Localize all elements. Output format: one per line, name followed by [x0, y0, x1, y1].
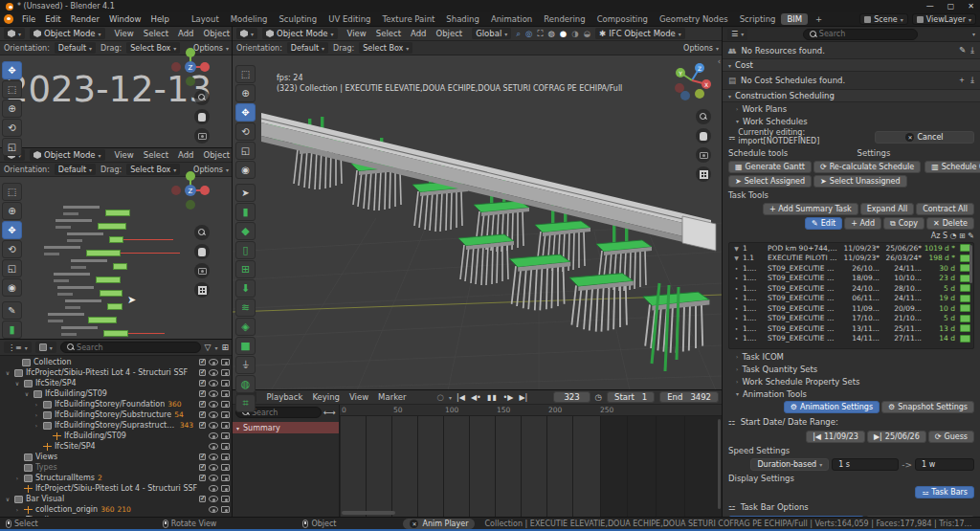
bim-pipe-tool-icon[interactable]: ⏚ — [235, 356, 256, 374]
next-keyframe-button[interactable]: •▶ — [503, 393, 514, 402]
bim-wall-tool-icon[interactable]: ▮ — [2, 321, 22, 339]
selectability-checkbox-icon[interactable] — [199, 496, 206, 502]
outliner-item-label[interactable]: Bar Visual — [26, 495, 64, 503]
task-name[interactable]: ST09_EXECUTIE PIL... — [768, 294, 837, 302]
start-date-button[interactable]: |◀11/09/23 — [806, 431, 865, 443]
selectability-checkbox-icon[interactable] — [199, 475, 206, 481]
edit-task-button[interactable]: ✎Edit — [805, 217, 842, 230]
anim-player-indicator[interactable]: ✕Anim Player — [403, 519, 475, 529]
bim-sphere-tool-icon[interactable]: ◍ — [235, 375, 256, 393]
bim-column-tool-icon[interactable]: ⬇ — [235, 279, 256, 298]
cursor-tool-icon[interactable]: ⊕ — [235, 84, 256, 102]
autokey-icon[interactable]: ○ — [437, 392, 444, 402]
selectability-checkbox-icon[interactable] — [199, 380, 206, 387]
outliner-row[interactable]: IfcProject/Sibiu-Pitesti Lot 4 - Structu… — [0, 483, 233, 494]
viewport-menu-item[interactable]: Add — [406, 28, 431, 39]
bim-grid-tool-icon[interactable]: ⌗ — [235, 394, 256, 412]
task-expand-icon[interactable]: • — [732, 305, 741, 312]
viewlayer-selector[interactable]: ViewLayer▾ — [912, 13, 976, 25]
workspace-tab[interactable]: Sculpting — [273, 13, 323, 25]
task-expand-icon[interactable]: ▼ — [732, 254, 741, 261]
expand-arrow-icon[interactable]: ∨ — [23, 390, 31, 397]
expand-arrow-icon[interactable]: › — [33, 422, 40, 429]
task-row[interactable]: • 1.... ST09_EXECUTIE PIL... 24/10... 28… — [729, 283, 973, 294]
render-camera-icon[interactable] — [221, 475, 230, 481]
rotate-tool-icon[interactable]: ⟲ — [2, 119, 22, 137]
viewport-menu-item[interactable]: View — [110, 28, 139, 39]
workspace-tab[interactable]: BIM — [781, 13, 808, 25]
outliner-row[interactable]: › collection_origin 360 210 — [0, 504, 233, 515]
outliner-item-label[interactable]: IfcBuildingStorey/Substructure — [55, 410, 171, 419]
task-row[interactable]: • 1.... ST09_EXECUTIE PIL... 26/10... 24… — [729, 263, 973, 274]
task-bar-options-row[interactable]: ⚍ Task Bar Options — [723, 499, 980, 515]
transform-tool-icon[interactable]: ◉ — [2, 278, 22, 297]
expand-arrow-icon[interactable]: › — [33, 401, 40, 408]
vertical-scrollbar[interactable] — [718, 419, 721, 509]
render-camera-icon[interactable] — [221, 401, 230, 408]
timeline-menu-item[interactable]: Playback — [261, 391, 307, 403]
selectability-checkbox-icon[interactable] — [199, 369, 206, 376]
render-camera-icon[interactable] — [221, 464, 230, 471]
selectability-checkbox-icon[interactable] — [199, 454, 206, 460]
task-bar-color-icon[interactable] — [960, 304, 970, 312]
viewport-menu-item[interactable]: Object — [431, 28, 467, 39]
workspace-tab[interactable]: Texture Paint — [377, 13, 441, 25]
work-plans-row[interactable]: ›Work Plans — [723, 102, 980, 115]
hide-eye-icon[interactable] — [209, 432, 218, 439]
camera-view-icon[interactable] — [194, 263, 210, 278]
editor-type-button[interactable]: ▾ — [236, 28, 257, 39]
outliner-item-label[interactable]: collection_origin — [35, 505, 98, 514]
select-assigned-button[interactable]: ➤Select Assigned — [728, 175, 812, 188]
rotate-tool-icon[interactable]: ⟲ — [235, 122, 256, 141]
render-camera-icon[interactable] — [221, 390, 230, 397]
construction-scheduling-header[interactable]: ▾Construction Scheduling — [723, 89, 980, 102]
zoom-icon[interactable] — [696, 109, 711, 124]
minimize-button[interactable]: — — [926, 2, 934, 11]
bim-door-tool-icon[interactable]: ▯ — [235, 241, 256, 259]
timeline-menu-item[interactable]: Keying — [307, 391, 345, 403]
task-bar-color-icon[interactable] — [960, 284, 970, 292]
zoom-icon[interactable] — [194, 225, 210, 240]
render-camera-icon[interactable] — [221, 380, 230, 387]
task-quantity-sets-row[interactable]: ›Task Quantity Sets — [723, 363, 980, 375]
outliner-item-label[interactable]: IfcProject/Sibiu-Pitesti Lot 4 - Structu… — [35, 484, 197, 493]
render-camera-icon[interactable] — [221, 422, 230, 429]
task-bar-color-icon[interactable] — [960, 324, 970, 332]
outliner-item-label[interactable]: Views — [35, 453, 57, 461]
outliner-row[interactable]: Collection — [0, 357, 233, 367]
workspace-tab[interactable]: Rendering — [538, 13, 590, 25]
outliner-row[interactable]: IfcSite/SP4 — [0, 441, 233, 452]
ws-property-sets-row[interactable]: ›Work Schedule Property Sets — [723, 375, 980, 387]
task-expand-icon[interactable]: • — [732, 315, 741, 321]
workspace-tab[interactable]: Compositing — [591, 13, 654, 25]
annotate-tool-icon[interactable]: ➤ — [235, 184, 256, 202]
display-mode-dropdown[interactable]: ▾ — [35, 342, 56, 353]
scale-tool-icon[interactable]: ◱ — [2, 138, 22, 156]
render-camera-icon[interactable] — [221, 369, 230, 376]
task-row[interactable]: • 1.... ST09_EXECUTIE PIL... 18/09... 10… — [729, 274, 973, 284]
pan-icon[interactable] — [696, 128, 711, 144]
work-schedules-row[interactable]: ▾Work Schedules — [723, 115, 980, 127]
outliner-item-label[interactable]: IfcSite/SP4 — [35, 379, 77, 387]
preview-range-clock-icon[interactable]: ◷ — [595, 392, 602, 402]
expand-arrow-icon[interactable]: › — [33, 411, 40, 418]
task-filter-icons[interactable]: A​z S ◔ ⊞ ✎ — [931, 232, 974, 240]
navigation-gizmo[interactable]: Z — [169, 169, 212, 211]
selectability-checkbox-icon[interactable] — [199, 390, 206, 397]
add-summary-task-button[interactable]: + Add Summary Task — [763, 203, 858, 215]
outliner-item-label[interactable]: IfcBuildingStorey/Foundation — [55, 400, 165, 409]
expand-arrow-icon[interactable]: › — [13, 475, 21, 481]
workspace-tab[interactable]: Scripting — [734, 13, 782, 25]
render-camera-icon[interactable] — [221, 485, 230, 492]
viewport-menu-item[interactable]: View — [110, 149, 139, 161]
filter-expand-icon[interactable]: ⟷ — [323, 408, 336, 417]
task-expand-icon[interactable]: • — [732, 295, 741, 301]
hide-eye-icon[interactable] — [209, 485, 218, 492]
selectability-checkbox-icon[interactable] — [199, 422, 206, 429]
hide-eye-icon[interactable] — [209, 506, 218, 513]
outliner-search[interactable] — [60, 342, 201, 353]
timeline-grid[interactable] — [340, 416, 723, 517]
add-icon[interactable]: ＋ — [958, 75, 967, 86]
task-row[interactable]: • 1.... ST09_EXECUTIE PIL... 17/10... 21… — [729, 314, 973, 324]
import-icon[interactable]: ⤓ — [970, 75, 974, 86]
